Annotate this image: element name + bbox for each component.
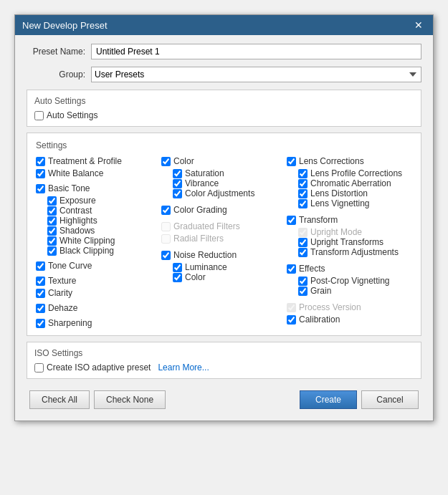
grain-label[interactable]: Grain [298,286,412,296]
highlights-checkbox[interactable] [47,216,57,226]
noise-reduction-checkbox[interactable] [161,251,171,260]
color-adjustments-label[interactable]: Color Adjustments [173,188,287,198]
black-clipping-checkbox[interactable] [47,246,57,256]
exposure-checkbox[interactable] [47,196,57,206]
shadows-checkbox[interactable] [47,226,57,236]
calibration-label[interactable]: Calibration [287,314,412,325]
effects-checkbox[interactable] [287,264,296,274]
auto-settings-checkbox-label[interactable]: Auto Settings [34,110,414,120]
black-clipping-label[interactable]: Black Clipping [47,246,161,256]
lens-distortion-label[interactable]: Lens Distortion [298,188,412,198]
close-button[interactable]: ✕ [411,19,426,31]
process-version-checkbox[interactable] [287,303,296,312]
settings-section: Settings Treatment & Profile White Balan… [27,133,421,336]
settings-col2: Color Saturation Vibrance [161,156,287,328]
radial-filters-label[interactable]: Radial Filters [161,234,287,244]
effects-label[interactable]: Effects [287,264,412,274]
create-button[interactable]: Create [300,390,357,409]
auto-settings-title: Auto Settings [34,96,414,106]
saturation-label[interactable]: Saturation [173,168,287,178]
clarity-checkbox[interactable] [36,289,45,298]
transform-label[interactable]: Transform [287,215,412,225]
iso-settings-section: ISO Settings Create ISO adaptive preset … [27,342,421,379]
radial-filters-checkbox[interactable] [161,234,171,244]
process-version-label[interactable]: Process Version [287,302,412,312]
lens-vignetting-checkbox[interactable] [298,199,308,208]
color-label[interactable]: Color [161,156,287,166]
transform-adjustments-checkbox[interactable] [298,248,308,257]
grain-checkbox[interactable] [298,287,308,296]
lens-profile-corrections-label[interactable]: Lens Profile Corrections [298,168,412,178]
white-clipping-label[interactable]: White Clipping [47,236,161,246]
white-clipping-checkbox[interactable] [47,236,57,246]
contrast-checkbox[interactable] [47,206,57,216]
upright-mode-label[interactable]: Upright Mode [298,227,412,237]
basic-tone-checkbox[interactable] [36,184,45,193]
transform-checkbox[interactable] [287,216,296,225]
noise-color-checkbox[interactable] [173,273,182,282]
lens-distortion-checkbox[interactable] [298,189,308,198]
lens-corrections-checkbox[interactable] [287,157,296,166]
lens-corrections-label[interactable]: Lens Corrections [287,156,412,166]
upright-transforms-label[interactable]: Upright Transforms [298,237,412,247]
upright-transforms-checkbox[interactable] [298,238,308,247]
dehaze-checkbox[interactable] [36,304,45,313]
check-none-button[interactable]: Check None [94,390,166,409]
exposure-label[interactable]: Exposure [47,196,161,206]
luminance-label[interactable]: Luminance [173,262,287,272]
vibrance-checkbox[interactable] [173,179,182,188]
treatment-profile-label[interactable]: Treatment & Profile [36,156,161,166]
group-label: Group: [27,69,91,80]
upright-mode-checkbox[interactable] [298,228,308,237]
color-grading-checkbox[interactable] [161,206,171,215]
color-checkbox[interactable] [161,157,171,166]
check-all-button[interactable]: Check All [29,390,90,409]
post-crop-vignetting-checkbox[interactable] [298,277,308,286]
chromatic-aberration-label[interactable]: Chromatic Aberration [298,178,412,188]
color-adjustments-checkbox[interactable] [173,189,182,198]
iso-settings-row: Create ISO adaptive preset Learn More... [34,362,414,373]
preset-name-input[interactable] [91,44,421,59]
lens-profile-corrections-checkbox[interactable] [298,169,308,178]
treatment-profile-checkbox[interactable] [36,157,45,166]
lens-vignetting-label[interactable]: Lens Vignetting [298,198,412,208]
contrast-label[interactable]: Contrast [47,206,161,216]
sharpening-checkbox[interactable] [36,319,45,328]
tone-curve-checkbox[interactable] [36,261,45,271]
settings-title: Settings [36,140,412,150]
button-row: Check All Check None Create Cancel [27,385,421,412]
vibrance-label[interactable]: Vibrance [173,178,287,188]
basic-tone-label[interactable]: Basic Tone [36,183,161,193]
noise-color-label[interactable]: Color [173,272,287,282]
learn-more-link[interactable]: Learn More... [158,362,209,373]
texture-label[interactable]: Texture [36,276,161,286]
auto-settings-checkbox[interactable] [34,111,44,120]
dialog-title: New Develop Preset [22,20,108,31]
tone-curve-label[interactable]: Tone Curve [36,261,161,271]
group-select[interactable]: User Presets [91,67,421,82]
calibration-checkbox[interactable] [287,315,296,325]
graduated-filters-checkbox[interactable] [161,222,171,231]
white-balance-checkbox[interactable] [36,169,45,178]
shadows-label[interactable]: Shadows [47,226,161,236]
create-iso-label[interactable]: Create ISO adaptive preset [34,362,151,373]
luminance-checkbox[interactable] [173,263,182,272]
highlights-label[interactable]: Highlights [47,216,161,226]
clarity-label[interactable]: Clarity [36,288,161,298]
color-grading-label[interactable]: Color Grading [161,205,287,215]
lens-corrections-children: Lens Profile Corrections Chromatic Aberr… [287,168,412,208]
saturation-checkbox[interactable] [173,169,182,178]
preset-name-row: Preset Name: [27,44,421,59]
sharpening-label[interactable]: Sharpening [36,318,161,328]
texture-checkbox[interactable] [36,277,45,286]
create-iso-checkbox[interactable] [34,363,44,373]
cancel-button[interactable]: Cancel [361,390,419,409]
transform-adjustments-label[interactable]: Transform Adjustments [298,247,412,257]
dehaze-label[interactable]: Dehaze [36,303,161,313]
post-crop-vignetting-label[interactable]: Post-Crop Vignetting [298,276,412,286]
graduated-filters-label[interactable]: Graduated Filters [161,221,287,231]
chromatic-aberration-checkbox[interactable] [298,179,308,188]
noise-reduction-label[interactable]: Noise Reduction [161,250,287,260]
white-balance-label[interactable]: White Balance [36,168,161,178]
settings-col3: Lens Corrections Lens Profile Correction… [287,156,412,328]
